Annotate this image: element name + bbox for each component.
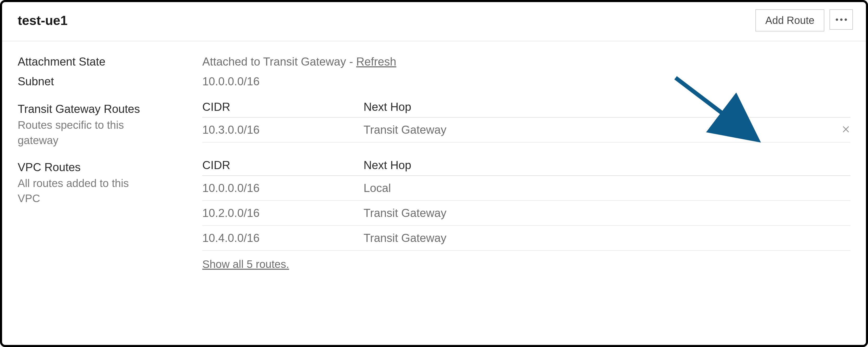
tgw-routes-table: CIDR Next Hop 10.3.0.0/16 Transit Gatewa… [202,100,850,143]
add-route-button[interactable]: Add Route [755,9,824,31]
tgw-cidr-cell: 10.3.0.0/16 [202,123,364,136]
panel-header: test-ue1 Add Route [2,2,866,41]
panel-title: test-ue1 [18,13,68,28]
header-actions: Add Route [755,9,853,31]
vpc-routes-section: VPC Routes All routes added to this VPC … [18,159,850,273]
panel-body: Attachment State Attached to Transit Gat… [2,41,866,281]
tgw-th-nexthop: Next Hop [364,100,830,113]
attachment-state-label: Attachment State [18,53,202,70]
ellipsis-icon [836,19,847,21]
vpc-nexthop-cell: Local [364,181,830,195]
table-row: 10.3.0.0/16 Transit Gateway [202,118,850,143]
tgw-routes-sublabel: Routes specific to this gateway [18,118,153,148]
vpc-routes-table: CIDR Next Hop 10.0.0.0/16 Local 10.2.0.0… [202,159,850,273]
vpc-cidr-cell: 10.2.0.0/16 [202,206,364,220]
vpc-nexthop-cell: Transit Gateway [364,206,830,220]
vpc-th-nexthop: Next Hop [364,159,830,172]
vpc-routes-sublabel: All routes added to this VPC [18,176,153,206]
panel-frame: test-ue1 Add Route Attachment State Atta… [0,0,868,347]
subnet-label: Subnet [18,73,202,90]
show-all-routes-link[interactable]: Show all 5 routes. [202,251,289,273]
vpc-th-cidr: CIDR [202,159,364,172]
close-icon [841,125,850,134]
vpc-cidr-cell: 10.4.0.0/16 [202,232,364,244]
vpc-routes-table-head: CIDR Next Hop [202,159,850,176]
subnet-value: 10.0.0.0/16 [202,73,850,90]
subnet-row: Subnet 10.0.0.0/16 [18,73,850,90]
vpc-nexthop-cell: Transit Gateway [364,232,830,244]
tgw-routes-table-head: CIDR Next Hop [202,100,850,118]
tgw-nexthop-cell: Transit Gateway [364,123,830,136]
attachment-state-row: Attachment State Attached to Transit Gat… [18,53,850,70]
tgw-routes-section: Transit Gateway Routes Routes specific t… [18,100,850,148]
table-row: 10.4.0.0/16 Transit Gateway [202,226,850,251]
refresh-link[interactable]: Refresh [356,55,396,68]
remove-route-button[interactable] [841,125,850,134]
tgw-routes-label: Transit Gateway Routes [18,100,202,118]
table-row: 10.0.0.0/16 Local [202,176,850,201]
table-row: 10.2.0.0/16 Transit Gateway [202,201,850,226]
more-menu-button[interactable] [830,9,853,30]
tgw-th-cidr: CIDR [202,100,364,113]
vpc-cidr-cell: 10.0.0.0/16 [202,181,364,195]
attachment-state-value: Attached to Transit Gateway - [202,55,356,68]
vpc-routes-label: VPC Routes [18,159,202,176]
